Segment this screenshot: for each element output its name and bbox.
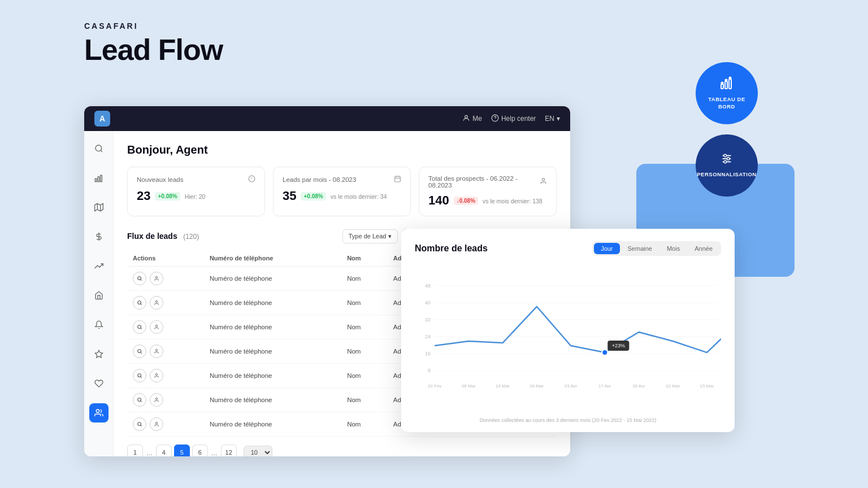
stat-badge: ↓0.08% xyxy=(454,197,478,205)
table-cell: Numéro de téléphone xyxy=(204,291,341,315)
sidebar-item-search[interactable] xyxy=(89,139,108,158)
me-menu[interactable]: Me xyxy=(462,114,482,124)
stat-title: Leads par mois - 08.2023 xyxy=(283,176,356,183)
sidebar-item-home[interactable] xyxy=(89,286,108,305)
chart-tab-mois[interactable]: Mois xyxy=(660,243,687,254)
search-lead-button[interactable] xyxy=(133,393,146,407)
page-title: Lead Flow xyxy=(84,34,223,66)
svg-text:17 Avr: 17 Avr xyxy=(598,384,611,389)
cell-actions xyxy=(127,412,204,437)
table-cell: Numéro de téléphone xyxy=(204,388,341,412)
svg-marker-20 xyxy=(94,203,103,211)
pagination: 1 ... 4 5 6 ... 12 10 20 50 xyxy=(127,445,557,456)
page-btn-1[interactable]: 1 xyxy=(127,445,143,456)
svg-line-49 xyxy=(141,352,142,354)
table-cell: Nom xyxy=(341,267,388,291)
action-icons xyxy=(133,369,198,382)
view-lead-button[interactable] xyxy=(150,417,163,431)
svg-point-10 xyxy=(727,158,730,160)
view-lead-button[interactable] xyxy=(150,296,163,310)
svg-rect-1 xyxy=(725,81,727,89)
svg-text:28 Avr: 28 Avr xyxy=(632,384,645,389)
view-lead-button[interactable] xyxy=(150,272,163,285)
help-icon xyxy=(491,114,499,124)
view-lead-button[interactable] xyxy=(150,369,163,382)
stat-sub: vs le mois dernier: 34 xyxy=(331,193,387,200)
stat-value-row: 35 +0.08% vs le mois dernier: 34 xyxy=(283,189,401,203)
search-lead-button[interactable] xyxy=(133,345,146,358)
svg-point-15 xyxy=(96,145,102,151)
svg-point-4 xyxy=(726,80,727,81)
chart-header: Nombre de leads Jour Semaine Mois Année xyxy=(415,241,721,256)
sidebar-item-favorites[interactable] xyxy=(89,345,108,364)
sidebar-item-trends[interactable] xyxy=(89,256,108,276)
action-icons xyxy=(133,345,198,358)
search-lead-button[interactable] xyxy=(133,369,146,382)
sidebar-item-map[interactable] xyxy=(89,198,108,217)
action-icons xyxy=(133,296,198,310)
sidebar-item-saved[interactable] xyxy=(89,374,108,393)
chart-tab-annee[interactable]: Année xyxy=(688,243,719,254)
svg-point-41 xyxy=(155,276,157,278)
table-cell: Nom xyxy=(341,412,388,437)
sidebar-item-analytics[interactable] xyxy=(89,168,108,188)
search-lead-button[interactable] xyxy=(133,417,146,431)
cell-actions xyxy=(127,339,204,364)
table-cell: Nom xyxy=(341,388,388,412)
search-lead-button[interactable] xyxy=(133,320,146,334)
view-lead-button[interactable] xyxy=(150,320,163,334)
type-filter-button[interactable]: Type de Lead ▾ xyxy=(342,229,398,243)
sidebar xyxy=(84,131,114,456)
svg-rect-29 xyxy=(395,176,401,182)
page-btn-12[interactable]: 12 xyxy=(221,445,237,456)
table-cell: Numéro de téléphone xyxy=(204,315,341,339)
sidebar-item-notifications[interactable] xyxy=(89,315,108,334)
app-logo: A xyxy=(94,111,110,127)
svg-text:32: 32 xyxy=(425,317,431,323)
cell-actions xyxy=(127,364,204,388)
stat-sub: vs le mois dernier: 138 xyxy=(483,198,542,204)
table-cell: Nom xyxy=(341,339,388,364)
chart-tab-semaine[interactable]: Semaine xyxy=(621,243,659,254)
help-center-link[interactable]: Help center xyxy=(491,114,536,124)
page-btn-5-active[interactable]: 5 xyxy=(174,445,190,456)
chevron-down-icon: ▾ xyxy=(388,233,392,240)
view-lead-button[interactable] xyxy=(150,345,163,358)
svg-line-58 xyxy=(141,425,142,426)
personnalisation-label: PERSONNALISATION xyxy=(697,171,756,178)
sidebar-item-leads[interactable] xyxy=(89,403,108,422)
stat-value-row: 23 +0.08% Hier: 20 xyxy=(137,189,255,203)
svg-line-46 xyxy=(141,328,142,329)
svg-point-53 xyxy=(155,373,157,375)
svg-point-44 xyxy=(155,300,157,302)
search-lead-button[interactable] xyxy=(133,272,146,285)
chart-svg: 48 40 32 24 16 8 +23% 20 Fev 06 Mar xyxy=(415,265,721,414)
svg-text:15 Mar: 15 Mar xyxy=(700,384,714,389)
page-size-selector[interactable]: 10 20 50 xyxy=(244,446,272,456)
cell-actions xyxy=(127,267,204,291)
cell-actions xyxy=(127,315,204,339)
chart-tab-jour[interactable]: Jour xyxy=(594,243,619,254)
leads-section-title: Flux de leads xyxy=(127,232,177,241)
svg-point-47 xyxy=(155,325,157,326)
personnalisation-button[interactable]: PERSONNALISATION xyxy=(696,134,758,197)
svg-text:03 Avr: 03 Avr xyxy=(565,384,578,389)
page-btn-6[interactable]: 6 xyxy=(192,445,208,456)
stat-title: Total des prospects - 06.2022 - 08.2023 xyxy=(428,175,540,189)
language-selector[interactable]: EN ▾ xyxy=(545,115,560,123)
svg-rect-17 xyxy=(95,178,97,181)
tableau-de-bord-button[interactable]: TABLEAU DEBORD xyxy=(696,62,758,124)
table-cell: Numéro de téléphone xyxy=(204,267,341,291)
svg-text:16: 16 xyxy=(425,351,431,356)
chart-panel: Nombre de leads Jour Semaine Mois Année … xyxy=(401,229,735,432)
page-btn-4[interactable]: 4 xyxy=(156,445,172,456)
stat-badge: +0.08% xyxy=(301,192,326,201)
search-lead-button[interactable] xyxy=(133,296,146,310)
view-lead-button[interactable] xyxy=(150,393,163,407)
action-icons xyxy=(133,320,198,334)
svg-line-16 xyxy=(101,150,102,152)
chart-svg-container: 48 40 32 24 16 8 +23% 20 Fev 06 Mar xyxy=(415,265,721,414)
svg-marker-24 xyxy=(95,350,102,358)
sidebar-item-finance[interactable] xyxy=(89,227,108,246)
stat-card-header: Nouveaux leads xyxy=(137,175,255,184)
